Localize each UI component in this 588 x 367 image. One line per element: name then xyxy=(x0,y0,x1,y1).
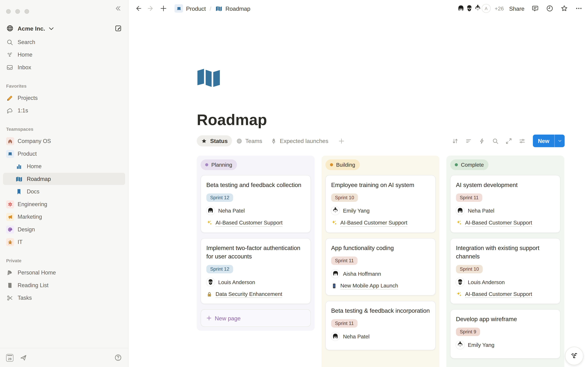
card-title: AI system development xyxy=(456,181,555,189)
avatar-A: A xyxy=(481,3,492,14)
thought-cloud-icon xyxy=(6,107,13,114)
new-button-label: New xyxy=(533,138,554,144)
board-card[interactable]: AI system developmentSprint 11Neha Patel… xyxy=(450,175,561,233)
sidebar-item-home[interactable]: Home xyxy=(3,160,125,173)
lock-icon xyxy=(207,291,213,297)
board-card[interactable]: Beta testing & feedback incorporationSpr… xyxy=(325,301,436,350)
sidebar-item-search[interactable]: Search xyxy=(3,36,125,48)
collapse-sidebar-icon[interactable] xyxy=(114,5,121,12)
sidebar-item-roadmap[interactable]: Roadmap xyxy=(3,173,125,185)
board-card[interactable]: App functionality codingSprint 11Aisha H… xyxy=(325,238,436,295)
sidebar-item-tasks[interactable]: Tasks xyxy=(3,292,125,304)
new-button-dropdown[interactable] xyxy=(555,138,565,143)
sidebar-item-product[interactable]: Product xyxy=(3,148,125,160)
sidebar-item-marketing[interactable]: Marketing xyxy=(3,211,125,223)
tab-teams[interactable]: Teams xyxy=(232,135,267,147)
more-options-icon[interactable] xyxy=(575,5,583,12)
avatar-neha-patel xyxy=(331,332,340,341)
board-card[interactable]: Implement two-factor authentication for … xyxy=(201,238,311,304)
new-button[interactable]: New xyxy=(533,134,565,147)
column-header-pill[interactable]: Planning xyxy=(201,159,237,170)
filter-icon[interactable] xyxy=(465,137,472,144)
sidebar-item-inbox[interactable]: Inbox xyxy=(3,61,125,73)
calendar-icon[interactable]: 28 xyxy=(6,354,13,361)
card-project-link[interactable]: AI-Based Customer Support xyxy=(456,219,555,226)
sidebar-item-home[interactable]: Home xyxy=(3,49,125,61)
help-icon[interactable] xyxy=(114,354,122,362)
person-name: Louis Anderson xyxy=(218,279,255,285)
card-project-link[interactable]: New Mobile App Launch xyxy=(331,282,430,289)
comments-icon[interactable] xyxy=(531,5,539,12)
board-column-planning: PlanningBeta testing and feedback collec… xyxy=(197,156,315,331)
search-icon[interactable] xyxy=(492,137,499,144)
bar-chart-icon xyxy=(15,163,23,170)
sidebar-item-it[interactable]: IT xyxy=(3,236,125,248)
add-view-icon[interactable] xyxy=(338,137,345,144)
history-clock-icon[interactable] xyxy=(546,5,553,12)
breadcrumb: Product / Roadmap xyxy=(174,4,250,13)
back-icon[interactable] xyxy=(134,5,142,12)
automation-zap-icon[interactable] xyxy=(478,137,485,144)
breadcrumb-product[interactable] xyxy=(174,4,183,13)
board-card[interactable]: Integration with existing support channe… xyxy=(450,238,561,304)
board-card[interactable]: Beta testing and feedback collectionSpri… xyxy=(201,175,311,233)
sprint-tag: Sprint 11 xyxy=(331,256,358,265)
sidebar-item-projects[interactable]: Projects xyxy=(3,92,125,104)
avatar-aisha-hoffmann xyxy=(331,269,340,278)
close-window-icon[interactable] xyxy=(6,9,11,14)
sidebar-item-label: Personal Home xyxy=(17,270,56,276)
card-project-link[interactable]: AI-Based Customer Support xyxy=(456,291,555,298)
sidebar-item-personal-home[interactable]: Personal Home xyxy=(3,267,125,279)
card-project-link[interactable]: AI-Based Customer Support xyxy=(331,219,430,226)
card-person-row: Neha Patel xyxy=(456,206,555,215)
minimize-window-icon[interactable] xyxy=(15,9,20,14)
plus-icon xyxy=(206,315,212,321)
sidebar-item-engineering[interactable]: Engineering xyxy=(3,198,125,210)
view-settings-icon[interactable] xyxy=(519,137,526,144)
zoom-window-icon[interactable] xyxy=(25,9,29,14)
breadcrumb-roadmap-label[interactable]: Roadmap xyxy=(225,5,250,12)
card-project-link[interactable]: AI-Based Customer Support xyxy=(207,219,305,226)
tab-expected-launches[interactable]: Expected launches xyxy=(267,135,333,147)
project-link-label: Data Security Enhancement xyxy=(216,291,282,298)
avatar-overflow-count[interactable]: +26 xyxy=(495,5,504,11)
notion-ai-button[interactable] xyxy=(565,347,583,365)
column-name: Planning xyxy=(211,162,232,168)
sidebar-item-label: Engineering xyxy=(17,201,47,207)
column-header-pill[interactable]: Building xyxy=(325,159,360,170)
page-map-icon[interactable] xyxy=(197,67,221,89)
forward-icon[interactable] xyxy=(147,5,155,12)
card-person-row: Aisha Hoffmann xyxy=(331,269,430,278)
card-project-link[interactable]: Data Security Enhancement xyxy=(207,291,305,298)
tab-status[interactable]: Status xyxy=(197,135,232,147)
phone-icon xyxy=(331,283,337,289)
sidebar-item-1-1s[interactable]: 1:1s xyxy=(3,104,125,117)
workspace-switcher[interactable]: Acme Inc. xyxy=(3,22,125,34)
breadcrumb-product-label[interactable]: Product xyxy=(186,5,206,12)
compose-icon[interactable] xyxy=(114,25,122,32)
avatar-louis-anderson xyxy=(456,278,464,286)
sort-icon[interactable] xyxy=(452,137,458,144)
share-button[interactable]: Share xyxy=(509,5,524,12)
favorite-star-icon[interactable] xyxy=(561,5,568,12)
sidebar-item-docs[interactable]: Docs xyxy=(3,185,125,198)
card-person-row: Louis Anderson xyxy=(207,278,305,286)
send-icon[interactable] xyxy=(20,354,27,361)
column-header-pill[interactable]: Complete xyxy=(450,159,488,170)
palette-icon xyxy=(6,225,14,234)
sidebar-item-reading-list[interactable]: Reading List xyxy=(3,279,125,291)
board-card[interactable]: Develop app wireframeSprint 9Emily Yang xyxy=(450,309,561,359)
bookmark-icon xyxy=(15,188,23,195)
board-card[interactable]: Employee training on AI systemSprint 10E… xyxy=(325,175,436,233)
sidebar-item-company-os[interactable]: Company OS xyxy=(3,135,125,147)
sprint-tag: Sprint 9 xyxy=(456,328,480,336)
avatar-group[interactable]: A xyxy=(456,3,492,14)
new-tab-icon[interactable] xyxy=(160,5,167,12)
new-page-button[interactable]: New page xyxy=(201,309,311,327)
expand-icon[interactable] xyxy=(505,137,512,144)
page-content: Roadmap Status Teams Expected launches xyxy=(129,67,588,367)
sidebar-item-label: Product xyxy=(17,151,37,157)
sidebar-item-design[interactable]: Design xyxy=(3,223,125,235)
card-person-row: Neha Patel xyxy=(207,206,305,215)
sidebar-item-label: Company OS xyxy=(17,138,51,144)
